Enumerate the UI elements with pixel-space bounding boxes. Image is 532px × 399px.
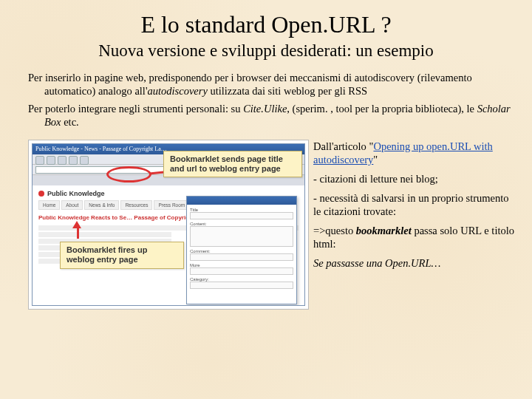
logo-dot-icon bbox=[38, 191, 44, 197]
nav-item: Press Room bbox=[154, 200, 189, 210]
paragraph-1: Per inserirlo in pagine web, predisponen… bbox=[15, 71, 517, 98]
nav-item: Home bbox=[38, 200, 60, 210]
text: " bbox=[373, 154, 378, 166]
caption-2: - citazioni di letture nei blog; bbox=[313, 172, 517, 185]
text: utilizzata dai siti weblog per gli RSS bbox=[208, 85, 367, 97]
caption-5: Se passasse una Open.URL… bbox=[313, 256, 517, 270]
nav-item: News & Info bbox=[84, 200, 119, 210]
red-oval-annotation bbox=[106, 166, 151, 183]
callout-bubble-2: Bookmarklet fires up weblog entry page bbox=[60, 242, 184, 268]
text: =>questo bbox=[313, 225, 356, 236]
slide: E lo standard Open.URL ? Nuova versione … bbox=[0, 0, 532, 317]
text: Dall'articolo " bbox=[313, 140, 373, 152]
callout-bubble-1: Bookmarklet sends page title and url to … bbox=[163, 151, 302, 177]
caption-3: - necessità di salvarsi in un proprio st… bbox=[313, 191, 517, 218]
logo-text: Public Knowledge bbox=[47, 190, 105, 197]
italic-text: Se passasse una Open.URL… bbox=[313, 257, 440, 269]
red-arrow-head-icon bbox=[72, 221, 81, 228]
bold-italic-text: bookmarklet bbox=[356, 225, 412, 236]
red-arrow-line bbox=[77, 228, 79, 239]
italic-text: Cite.Ulike bbox=[243, 103, 287, 115]
nav-item: About bbox=[61, 200, 83, 210]
popup-field bbox=[190, 253, 293, 261]
stop-icon bbox=[69, 156, 78, 165]
popup-field bbox=[190, 212, 293, 219]
popup-titlebar bbox=[187, 197, 296, 205]
home-icon bbox=[80, 156, 89, 165]
lower-columns: Public Knowledge - News - Passage of Cop… bbox=[15, 140, 517, 310]
popup-field bbox=[190, 282, 293, 289]
italic-text: autodiscovery bbox=[148, 85, 208, 97]
paragraph-2: Per poterlo integrare negli strumenti pe… bbox=[15, 102, 517, 129]
right-text-column: Dall'articolo "Opening up open.URL with … bbox=[313, 140, 517, 310]
text: Per poterlo integrare negli strumenti pe… bbox=[28, 103, 243, 115]
text-line bbox=[38, 232, 171, 237]
reload-icon bbox=[58, 156, 66, 165]
title: E lo standard Open.URL ? bbox=[15, 11, 517, 38]
back-icon bbox=[35, 156, 44, 165]
popup-field bbox=[190, 267, 293, 275]
screenshot-figure: Public Knowledge - News - Passage of Cop… bbox=[28, 140, 309, 310]
text: etc. bbox=[61, 116, 79, 128]
caption-1: Dall'articolo "Opening up open.URL with … bbox=[313, 140, 517, 166]
subtitle: Nuova versione e sviluppi desiderati: un… bbox=[15, 41, 517, 61]
text: , (sperim. , tool per la propria bibliot… bbox=[287, 103, 477, 115]
forward-icon bbox=[47, 156, 55, 165]
nav-item: Resources bbox=[120, 200, 152, 210]
popup-body: Title Content: Comment: More Category: bbox=[187, 205, 296, 294]
weblog-popup: Title Content: Comment: More Category: bbox=[186, 196, 297, 304]
popup-field bbox=[190, 226, 293, 247]
caption-4: =>questo bookmarklet passa solo URL e ti… bbox=[313, 224, 517, 250]
